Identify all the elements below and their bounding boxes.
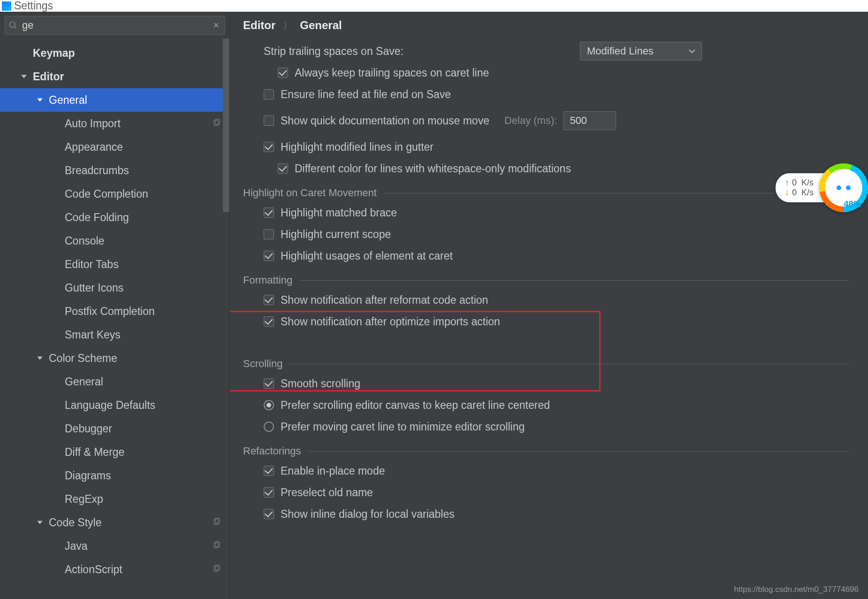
sidebar-item-color-scheme[interactable]: Color Scheme	[0, 346, 228, 370]
strip-trailing-value: Modified Lines	[587, 45, 654, 57]
sidebar-item-debugger[interactable]: Debugger	[0, 417, 228, 440]
sidebar-item-label: Gutter Icons	[65, 282, 123, 294]
strip-trailing-label: Strip trailing spaces on Save:	[264, 45, 404, 58]
sidebar-item-label: Language Defaults	[65, 399, 155, 412]
sidebar-item-diff-merge[interactable]: Diff & Merge	[0, 440, 228, 464]
sidebar-item-code-completion[interactable]: Code Completion	[0, 182, 228, 206]
sidebar-item-code-folding[interactable]: Code Folding	[0, 206, 228, 229]
sidebar-item-label: Postfix Completion	[65, 305, 155, 318]
always-keep-checkbox[interactable]	[278, 68, 288, 78]
prefer-canvas-radio[interactable]	[264, 400, 274, 410]
sidebar-item-label: Java	[65, 540, 88, 553]
breadcrumb-leaf: General	[300, 19, 342, 32]
sidebar-item-code-style[interactable]: Code Style	[0, 511, 228, 534]
smooth-scrolling-label: Smooth scrolling	[281, 377, 360, 390]
sidebar-item-label: Code Style	[49, 516, 102, 529]
inplace-label: Enable in-place mode	[281, 465, 385, 477]
ensure-lf-label: Ensure line feed at file end on Save	[281, 88, 451, 101]
sidebar-item-general[interactable]: General	[0, 88, 228, 112]
sidebar-item-regexp[interactable]: RegExp	[0, 487, 228, 511]
breadcrumb: Editor 〉 General	[243, 19, 849, 32]
sidebar-item-label: RegExp	[65, 493, 103, 506]
section-refactorings: Refactorings	[243, 445, 849, 457]
copy-icon	[213, 117, 221, 130]
hl-usages-label: Highlight usages of element at caret	[281, 250, 453, 262]
strip-trailing-select[interactable]: Modified Lines	[580, 42, 702, 61]
breadcrumb-root[interactable]: Editor	[243, 19, 275, 32]
usage-percent: 48%	[844, 199, 861, 209]
window-titlebar: Settings	[0, 0, 868, 12]
usage-gauge[interactable]: 48%	[819, 163, 868, 212]
arrow-down-icon: ↓	[785, 188, 789, 197]
sidebar-item-keymap[interactable]: Keymap	[0, 41, 228, 65]
sidebar-item-label: Smart Keys	[65, 329, 121, 341]
sidebar-item-label: Editor	[33, 70, 64, 83]
sidebar-item-label: Console	[65, 235, 104, 247]
hl-brace-checkbox[interactable]	[264, 207, 274, 218]
sidebar-scrollbar[interactable]	[223, 38, 229, 212]
quick-doc-checkbox[interactable]	[264, 115, 274, 126]
sidebar-item-label: Code Completion	[65, 188, 148, 200]
notif-reformat-checkbox[interactable]	[264, 295, 274, 305]
sidebar-item-appearance[interactable]: Appearance	[0, 135, 228, 159]
sidebar-item-language-defaults[interactable]: Language Defaults	[0, 393, 228, 417]
sidebar-item-auto-import[interactable]: Auto Import	[0, 112, 228, 135]
settings-sidebar: × KeymapEditorGeneralAuto ImportAppearan…	[0, 12, 230, 599]
sidebar-item-label: Keymap	[33, 47, 75, 60]
preselect-label: Preselect old name	[281, 486, 373, 499]
sidebar-item-diagrams[interactable]: Diagrams	[0, 464, 228, 487]
ensure-lf-checkbox[interactable]	[264, 89, 274, 100]
sidebar-item-gutter-icons[interactable]: Gutter Icons	[0, 276, 228, 300]
inplace-checkbox[interactable]	[264, 466, 274, 476]
notif-optimize-checkbox[interactable]	[264, 316, 274, 327]
chevron-down-icon	[688, 48, 696, 54]
preselect-checkbox[interactable]	[264, 487, 274, 498]
prefer-caret-radio[interactable]	[264, 422, 274, 432]
sidebar-item-actionscript[interactable]: ActionScript	[0, 558, 228, 581]
settings-search[interactable]: ×	[5, 16, 225, 35]
arrow-up-icon: ↑	[785, 178, 789, 187]
hl-scope-checkbox[interactable]	[264, 229, 274, 239]
svg-point-0	[10, 22, 15, 28]
sidebar-item-console[interactable]: Console	[0, 229, 228, 253]
inline-dialog-checkbox[interactable]	[264, 509, 274, 519]
settings-tree[interactable]: KeymapEditorGeneralAuto ImportAppearance…	[0, 38, 229, 599]
quick-doc-label: Show quick documentation on mouse move	[281, 115, 489, 127]
sidebar-item-label: Code Folding	[65, 211, 129, 224]
copy-icon	[213, 563, 221, 576]
sidebar-item-label: Diff & Merge	[65, 446, 124, 459]
sidebar-item-java[interactable]: Java	[0, 534, 228, 558]
sidebar-item-general[interactable]: General	[0, 370, 228, 393]
inline-dialog-label: Show inline dialog for local variables	[281, 508, 455, 521]
sidebar-item-editor[interactable]: Editor	[0, 65, 228, 88]
section-caret-movement: Highlight on Caret Movement	[243, 187, 849, 199]
chevron-down-icon	[37, 519, 45, 526]
sidebar-item-breadcrumbs[interactable]: Breadcrumbs	[0, 159, 228, 182]
floating-widget[interactable]: ↑0 K/s ↓0 K/s 48%	[776, 163, 868, 212]
hl-usages-checkbox[interactable]	[264, 251, 274, 261]
sidebar-item-label: Editor Tabs	[65, 258, 119, 271]
notif-reformat-label: Show notification after reformat code ac…	[281, 294, 488, 307]
delay-input[interactable]	[563, 111, 616, 130]
hl-scope-label: Highlight current scope	[281, 228, 391, 241]
window-title: Settings	[14, 0, 53, 12]
diff-color-checkbox[interactable]	[278, 163, 288, 174]
hl-gutter-checkbox[interactable]	[264, 142, 274, 152]
sidebar-item-smart-keys[interactable]: Smart Keys	[0, 323, 228, 346]
chevron-right-icon: 〉	[283, 19, 292, 32]
chevron-down-icon	[21, 73, 29, 80]
prefer-caret-label: Prefer moving caret line to minimize edi…	[281, 421, 525, 433]
smooth-scrolling-checkbox[interactable]	[264, 378, 274, 389]
sidebar-item-postfix-completion[interactable]: Postfix Completion	[0, 300, 228, 323]
search-input[interactable]	[5, 16, 225, 35]
svg-line-1	[15, 27, 16, 29]
diff-color-label: Different color for lines with whitespac…	[295, 162, 571, 175]
section-scrolling: Scrolling	[243, 358, 849, 370]
delay-label: Delay (ms):	[504, 115, 557, 127]
sidebar-item-label: ActionScript	[65, 563, 122, 576]
chevron-down-icon	[37, 355, 45, 361]
clear-search-icon[interactable]: ×	[213, 19, 219, 31]
sidebar-item-label: General	[49, 94, 87, 107]
sidebar-item-editor-tabs[interactable]: Editor Tabs	[0, 253, 228, 276]
copy-icon	[213, 540, 221, 553]
